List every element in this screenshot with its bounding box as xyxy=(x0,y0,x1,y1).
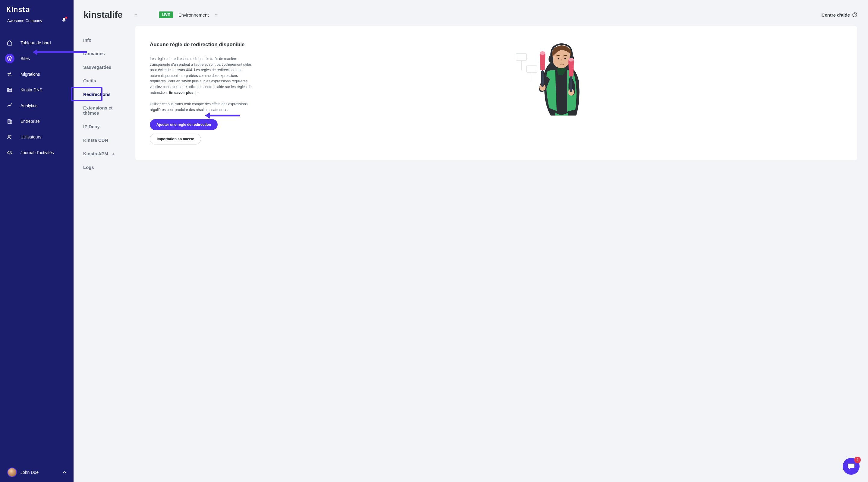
beta-icon: ▲ xyxy=(111,151,116,156)
chat-badge: 2 xyxy=(854,457,861,463)
env-label: Environnement xyxy=(179,12,209,18)
card-description: Les règles de redirection redirigent le … xyxy=(150,56,252,95)
notification-dot xyxy=(65,17,67,19)
sidebar-primary: Awesome Company Tableau de bord Sites Mi… xyxy=(0,0,73,482)
svg-point-23 xyxy=(568,58,574,61)
nav-item-analytics[interactable]: Analytics xyxy=(0,98,73,113)
dns-icon xyxy=(7,87,12,93)
svg-point-16 xyxy=(549,56,553,63)
secnav-redirects[interactable]: Redirections xyxy=(73,87,135,101)
arrows-icon xyxy=(7,72,12,77)
user-name: John Doe xyxy=(21,470,59,475)
highlight-annotation xyxy=(71,87,102,101)
nav-item-label: Kinsta DNS xyxy=(21,87,42,92)
secnav-ipdeny[interactable]: IP Deny xyxy=(73,120,135,133)
nav-item-label: Tableau de bord xyxy=(21,40,51,45)
chat-icon xyxy=(847,462,855,471)
question-icon xyxy=(852,12,857,17)
nav-item-dashboard[interactable]: Tableau de bord xyxy=(0,35,73,51)
secnav-logs[interactable]: Logs xyxy=(73,161,135,174)
nav-item-sites[interactable]: Sites xyxy=(0,51,73,66)
card-title: Aucune règle de redirection disponible xyxy=(150,41,252,48)
svg-point-20 xyxy=(540,51,545,55)
nav-item-migrations[interactable]: Migrations xyxy=(0,66,73,82)
env-badge: LIVE xyxy=(159,11,173,18)
eye-icon xyxy=(7,150,12,155)
svg-rect-9 xyxy=(516,54,527,60)
header: kinstalife LIVE Environnement Centre d'a… xyxy=(135,0,868,26)
building-icon xyxy=(7,118,12,124)
secnav-apm[interactable]: Kinsta APM ▲ xyxy=(73,147,135,161)
notifications-button[interactable] xyxy=(61,18,66,24)
svg-point-3 xyxy=(8,91,9,91)
secnav-cdn[interactable]: Kinsta CDN xyxy=(73,133,135,147)
bulk-import-button[interactable]: Importation en masse xyxy=(150,134,201,144)
site-dropdown[interactable] xyxy=(134,13,138,17)
env-dropdown[interactable] xyxy=(214,13,218,17)
svg-rect-11 xyxy=(527,66,537,73)
svg-point-15 xyxy=(564,58,566,59)
learn-more-link[interactable]: En savoir plus |→ xyxy=(169,90,200,95)
layers-icon xyxy=(7,56,12,61)
svg-rect-5 xyxy=(10,121,12,123)
users-icon xyxy=(7,134,12,140)
nav-item-label: Journal d'activités xyxy=(21,150,54,155)
svg-point-7 xyxy=(9,152,10,153)
svg-rect-19 xyxy=(541,70,544,87)
chart-icon xyxy=(7,103,12,108)
svg-rect-4 xyxy=(8,119,10,123)
illustration xyxy=(270,41,843,144)
redirects-card: Aucune règle de redirection disponible L… xyxy=(135,26,857,160)
main-content: kinstalife LIVE Environnement Centre d'a… xyxy=(135,0,868,482)
secnav-domains[interactable]: Domaines xyxy=(73,47,135,60)
nav-item-label: Entreprise xyxy=(21,119,40,124)
sidebar-secondary: Info Domaines Sauvegardes Outils Redirec… xyxy=(73,0,135,482)
avatar xyxy=(7,467,17,477)
help-center-label: Centre d'aide xyxy=(822,12,850,18)
svg-rect-22 xyxy=(570,76,572,92)
nav-item-label: Analytics xyxy=(21,103,37,108)
nav-item-enterprise[interactable]: Entreprise xyxy=(0,113,73,129)
card-warning: Utiliser cet outil sans tenir compte des… xyxy=(150,101,252,113)
add-redirect-button[interactable]: Ajouter une règle de redirection xyxy=(150,119,218,130)
chat-button[interactable]: 2 xyxy=(843,458,860,475)
secnav-label: Kinsta APM xyxy=(83,151,108,156)
svg-point-6 xyxy=(8,135,10,137)
secnav-backups[interactable]: Sauvegardes xyxy=(73,60,135,74)
site-name: kinstalife xyxy=(84,10,123,20)
secnav-plugins[interactable]: Extensions et thèmes xyxy=(73,101,135,120)
home-icon xyxy=(7,40,12,46)
company-name: Awesome Company xyxy=(7,19,42,23)
nav-item-activity[interactable]: Journal d'activités xyxy=(0,145,73,161)
secnav-tools[interactable]: Outils xyxy=(73,74,135,87)
nav-item-label: Sites xyxy=(21,56,30,61)
svg-point-14 xyxy=(558,58,559,59)
logo xyxy=(0,0,73,15)
nav-primary: Tableau de bord Sites Migrations Kinsta … xyxy=(0,35,73,463)
chevron-up-icon xyxy=(63,471,66,474)
svg-point-2 xyxy=(8,89,9,89)
nav-item-label: Migrations xyxy=(21,72,40,77)
secnav-info[interactable]: Info xyxy=(73,33,135,47)
nav-item-dns[interactable]: Kinsta DNS xyxy=(0,82,73,98)
nav-item-label: Utilisateurs xyxy=(21,135,41,139)
nav-item-users[interactable]: Utilisateurs xyxy=(0,129,73,145)
user-menu[interactable]: John Doe xyxy=(0,463,73,482)
help-center-link[interactable]: Centre d'aide xyxy=(822,12,857,18)
